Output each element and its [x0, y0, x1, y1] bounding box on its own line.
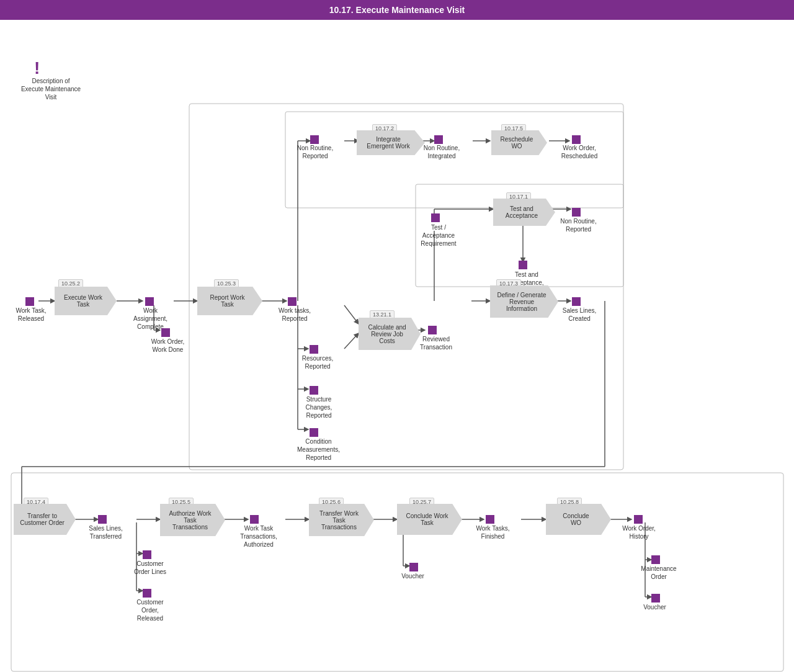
purple-sq-customer-order-lines — [143, 550, 151, 559]
purple-sq-reviewed-transaction — [428, 326, 437, 334]
work-order-done-label: Work Order, Work Done — [148, 338, 188, 354]
voucher2-label: Voucher — [641, 603, 669, 611]
purple-sq-work-tasks-finished — [486, 515, 494, 524]
purple-sq-customer-order-released — [143, 589, 151, 598]
sales-lines-transferred-label: Sales Lines, Transferred — [86, 524, 126, 540]
purple-sq-resources-reported — [310, 345, 318, 354]
integrate-emergent-work[interactable]: Integrate Emergent Work — [357, 130, 425, 155]
purple-sq-work-tasks-reported — [288, 297, 297, 306]
purple-sq-test-acceptance-completed — [519, 261, 527, 269]
maintenance-order-label: Maintenance Order — [638, 565, 680, 581]
condition-measurements-label: Condition Measurements, Reported — [295, 437, 342, 462]
purple-sq-wo-rescheduled — [572, 135, 581, 144]
process-num-10252: 10.25.2 — [58, 279, 83, 288]
svg-line-25 — [344, 333, 359, 349]
purple-sq-test-req — [431, 213, 440, 222]
work-task-released-label: Work Task, Released — [12, 307, 50, 323]
report-work-task[interactable]: Report Work Task — [197, 287, 262, 315]
work-tasks-finished-label: Work Tasks, Finished — [473, 524, 513, 540]
work-order-history-label: Work Order, History — [620, 524, 658, 540]
work-tasks-reported-label: Work tasks, Reported — [276, 307, 313, 323]
voucher1-label: Voucher — [399, 572, 427, 580]
purple-sq-non-routine-integrated — [434, 135, 443, 144]
non-routine-reported-top-label: Non Routine, Reported — [297, 144, 334, 160]
work-assignment-label: Work Assignment, Complete — [130, 307, 171, 331]
conclude-wo[interactable]: Conclude WO — [546, 504, 611, 535]
purple-sq-work-order-done — [161, 328, 170, 337]
test-req-label: Test / Acceptance Requirement — [417, 223, 460, 248]
resources-reported-label: Resources, Reported — [297, 354, 339, 370]
warning-icon: ! — [34, 58, 40, 78]
svg-line-26 — [344, 305, 359, 324]
process-num-10253: 10.25.3 — [214, 279, 239, 288]
purple-sq-voucher2 — [651, 594, 660, 603]
purple-sq-voucher1 — [409, 563, 418, 571]
reschedule-wo[interactable]: Reschedule WO — [491, 130, 547, 155]
purple-sq-sales-lines-created — [572, 297, 581, 306]
structure-changes-label: Structure Changes, Reported — [297, 395, 341, 419]
purple-sq-work-assignment — [145, 297, 154, 306]
authorize-work-task-transactions[interactable]: Authorize Work Task Transactions — [160, 504, 225, 536]
purple-sq-non-routine-top — [310, 135, 319, 144]
purple-sq-condition-measurements — [310, 428, 318, 437]
warning-label: Description of Execute Maintenance Visit — [20, 77, 82, 101]
purple-sq-maintenance-order — [651, 555, 660, 564]
calculate-review-job-costs[interactable]: Calculate and Review Job Costs — [359, 318, 421, 350]
diagram-container: ! Description of Execute Maintenance Vis… — [0, 20, 794, 672]
reviewed-transaction-label: Reviewed Transaction — [414, 335, 458, 351]
customer-order-lines-label: Customer Order Lines — [129, 560, 171, 576]
header: 10.17. Execute Maintenance Visit — [0, 0, 794, 20]
purple-sq-non-routine-mid — [572, 208, 581, 217]
sales-lines-created-label: Sales Lines, Created — [558, 307, 600, 323]
purple-sq-sales-lines-transferred — [98, 515, 107, 524]
process-num-13211: 13.21.1 — [370, 310, 395, 319]
purple-sq-work-task-released — [25, 297, 34, 306]
transfer-to-customer-order[interactable]: Transfer to Customer Order — [14, 504, 76, 535]
purple-sq-wt-trans-auth — [250, 515, 259, 524]
wo-rescheduled-label: Work Order, Rescheduled — [558, 144, 600, 160]
execute-work-task[interactable]: Execute Work Task — [55, 287, 117, 315]
purple-sq-work-order-history — [634, 515, 643, 524]
define-generate-revenue[interactable]: Define / Generate Revenue Information — [490, 285, 558, 318]
conclude-work-task[interactable]: Conclude Work Task — [397, 504, 462, 535]
purple-sq-structure-changes — [310, 386, 318, 395]
wt-trans-auth-label: Work Task Transactions, Authorized — [236, 524, 281, 549]
non-routine-integrated-label: Non Routine, Integrated — [421, 144, 463, 160]
transfer-work-task-transactions[interactable]: Transfer Work Task Transactions — [309, 504, 374, 536]
customer-order-released-label: Customer Order, Released — [129, 598, 171, 622]
non-routine-reported-mid-label: Non Routine, Reported — [558, 217, 599, 233]
test-and-acceptance[interactable]: Test and Acceptance — [493, 199, 555, 226]
